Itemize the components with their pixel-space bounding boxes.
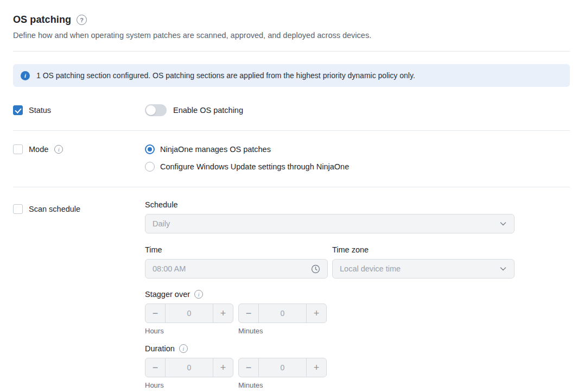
plus-button[interactable]: + [306, 358, 326, 377]
mode-radio-group: NinjaOne manages OS patches Configure Wi… [145, 144, 349, 172]
duration-hours-stepper: − 0 + [145, 358, 233, 377]
stagger-hours-value[interactable]: 0 [166, 304, 213, 323]
mode-checkbox[interactable] [13, 144, 23, 154]
minus-button[interactable]: − [145, 304, 166, 323]
duration-minutes-stepper: − 0 + [238, 358, 327, 377]
stagger-minutes-value[interactable]: 0 [259, 304, 306, 323]
minus-button[interactable]: − [239, 358, 259, 377]
stagger-hours-stepper: − 0 + [145, 304, 233, 323]
page-subtitle: Define how and when operating system pat… [13, 31, 570, 40]
radio-option-label: NinjaOne manages OS patches [160, 145, 271, 154]
plus-button[interactable]: + [306, 304, 326, 323]
plus-button[interactable]: + [213, 304, 233, 323]
radio-option-windows-update[interactable]: Configure Windows Update settings throug… [145, 162, 349, 172]
plus-button[interactable]: + [213, 358, 233, 377]
stagger-over-block: Stagger over i − 0 + − 0 + [145, 290, 515, 335]
timezone-select[interactable]: Local device time [332, 259, 515, 279]
duration-block: Duration i − 0 + − 0 + [145, 344, 515, 389]
enable-os-patching-toggle[interactable] [145, 104, 167, 116]
stagger-minutes-stepper: − 0 + [238, 304, 327, 323]
mode-info-icon[interactable]: i [54, 145, 63, 154]
minus-button[interactable]: − [145, 358, 166, 377]
duration-minutes-unit-label: Minutes [238, 381, 327, 389]
radio-unselected[interactable] [145, 162, 155, 172]
duration-label: Duration [145, 344, 175, 353]
timezone-field-label: Time zone [332, 245, 515, 254]
divider [13, 130, 570, 131]
info-banner-text: 1 OS patching section configured. OS pat… [36, 71, 415, 80]
page-header: OS patching ? [13, 14, 570, 26]
status-label: Status [29, 106, 51, 115]
status-checkbox[interactable] [13, 105, 23, 115]
help-icon[interactable]: ? [77, 15, 87, 25]
status-row: Status Enable OS patching [13, 104, 570, 116]
scan-schedule-fields: Schedule Daily Time 08:00 AM [145, 200, 515, 392]
schedule-select[interactable]: Daily [145, 214, 515, 233]
divider [13, 187, 570, 187]
stagger-minutes-unit-label: Minutes [238, 327, 327, 335]
enable-os-patching-label: Enable OS patching [173, 106, 243, 115]
scan-schedule-label: Scan schedule [29, 205, 80, 213]
chevron-down-icon [499, 220, 507, 227]
stagger-over-info-icon[interactable]: i [194, 290, 203, 299]
schedule-select-value: Daily [153, 219, 499, 228]
time-field-label: Time [145, 245, 328, 254]
divider [13, 51, 570, 52]
scan-schedule-checkbox[interactable] [13, 204, 23, 214]
mode-row: Mode i NinjaOne manages OS patches Confi… [13, 144, 570, 172]
radio-option-label: Configure Windows Update settings throug… [160, 162, 349, 171]
minus-button[interactable]: − [239, 304, 259, 323]
page-title: OS patching [13, 14, 71, 26]
timezone-select-value: Local device time [340, 264, 499, 273]
duration-hours-unit-label: Hours [145, 381, 233, 389]
scan-schedule-row: Scan schedule Schedule Daily Time 08:00 … [13, 200, 570, 392]
stagger-over-label: Stagger over [145, 290, 190, 299]
time-input[interactable]: 08:00 AM [145, 259, 328, 279]
chevron-down-icon [499, 265, 507, 273]
stagger-hours-unit-label: Hours [145, 327, 233, 335]
info-banner: i 1 OS patching section configured. OS p… [13, 64, 570, 87]
clock-icon [311, 264, 320, 274]
radio-selected[interactable] [145, 144, 155, 154]
duration-minutes-value[interactable]: 0 [259, 358, 306, 377]
duration-hours-value[interactable]: 0 [166, 358, 213, 377]
time-input-value: 08:00 AM [153, 264, 311, 273]
os-patching-settings-page: OS patching ? Define how and when operat… [0, 0, 584, 392]
radio-option-ninjaone-manages[interactable]: NinjaOne manages OS patches [145, 144, 349, 154]
schedule-field-label: Schedule [145, 200, 515, 209]
toggle-knob [146, 105, 156, 115]
info-icon: i [21, 71, 30, 80]
duration-info-icon[interactable]: i [179, 344, 188, 353]
mode-label: Mode [29, 145, 48, 154]
